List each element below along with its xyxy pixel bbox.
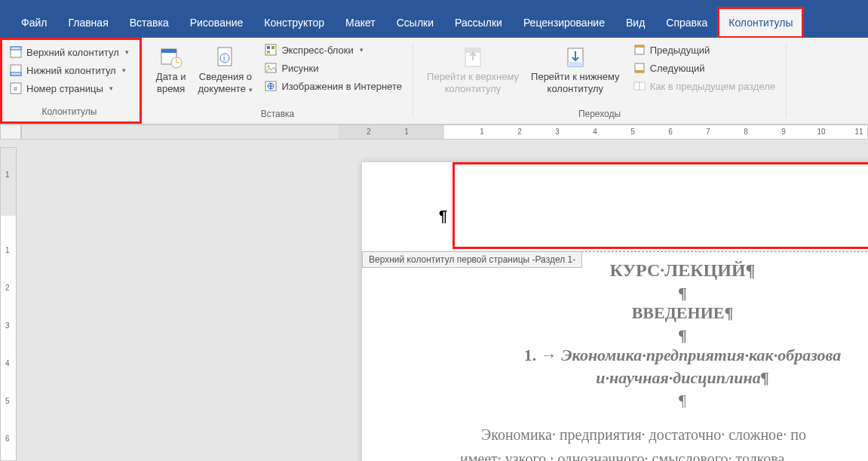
tab-view[interactable]: Вид	[615, 8, 655, 38]
footer-button[interactable]: Нижний колонтитул ▾	[7, 63, 132, 78]
vertical-ruler[interactable]: 1 1 2 3 4 5 6	[0, 147, 17, 461]
doc-paragraph: Экономика· предприятия· достаточно· слож…	[460, 423, 868, 461]
svg-rect-30	[635, 70, 644, 72]
svg-rect-17	[267, 51, 270, 54]
group-label-nav: Переходы	[578, 109, 621, 122]
link-previous-icon	[633, 80, 646, 92]
svg-rect-1	[11, 47, 21, 50]
date-time-button[interactable]: Дата и время	[150, 42, 192, 97]
ribbon: Верхний колонтитул ▾ Нижний колонтитул ▾…	[0, 38, 868, 124]
previous-button[interactable]: Предыдущий	[630, 42, 778, 57]
tab-design[interactable]: Конструктор	[253, 8, 335, 38]
page-number-icon: #	[10, 82, 22, 94]
horizontal-ruler[interactable]: 2 1 1 2 3 4 5 6 7 8 9 10 11	[0, 124, 868, 140]
date-time-icon	[159, 45, 183, 69]
goto-footer-label2: колонтитулу	[547, 83, 604, 95]
svg-rect-32	[639, 82, 645, 90]
tab-review[interactable]: Рецензирование	[513, 8, 615, 38]
tab-help[interactable]: Справка	[655, 8, 718, 38]
quick-parts-button[interactable]: Экспресс-блоки ▾	[262, 42, 405, 57]
group-label-insert: Вставка	[261, 109, 295, 122]
doc-intro: ВВЕДЕНИЕ¶	[460, 303, 868, 323]
group-headers-footers: Верхний колонтитул ▾ Нижний колонтитул ▾…	[0, 38, 142, 124]
goto-header-label1: Перейти к верхнему	[427, 71, 519, 83]
group-insert: Дата и время i Сведения о документе ▾ Эк…	[143, 38, 413, 124]
doc-info-label2: документе	[198, 83, 246, 94]
doc-info-label1: Сведения о	[199, 71, 252, 83]
next-label: Следующий	[650, 63, 705, 74]
workspace: 2 1 1 2 3 4 5 6 7 8 9 10 11 1 1 2 3 4 5 …	[0, 124, 868, 461]
doc-info-icon: i	[213, 45, 238, 69]
svg-point-19	[268, 66, 270, 68]
tab-insert[interactable]: Вставка	[119, 8, 179, 38]
svg-rect-28	[635, 45, 644, 48]
chevron-down-icon: ▾	[109, 85, 113, 92]
online-pictures-icon	[265, 80, 277, 92]
online-pictures-button[interactable]: Изображения в Интернете	[262, 78, 405, 94]
previous-label: Предыдущий	[650, 45, 710, 56]
svg-rect-15	[267, 46, 270, 49]
title-bar	[0, 0, 868, 8]
pictures-button[interactable]: Рисунки	[262, 60, 405, 75]
chevron-down-icon: ▾	[247, 86, 253, 94]
goto-header-icon	[461, 45, 485, 69]
svg-rect-16	[271, 46, 275, 49]
svg-rect-7	[161, 49, 176, 53]
footer-icon	[10, 64, 22, 76]
tab-references[interactable]: Ссылки	[386, 8, 444, 38]
doc-section: 1. → Экономика·предприятия·как·образова	[460, 346, 868, 365]
pictures-icon	[265, 62, 277, 74]
goto-header-button: Перейти к верхнему колонтитулу	[421, 42, 525, 97]
previous-icon	[633, 44, 646, 56]
pilcrow: ¶	[460, 284, 868, 303]
pilcrow: ¶	[460, 391, 868, 410]
tab-layout[interactable]: Макет	[335, 8, 386, 38]
tab-file[interactable]: Файл	[11, 8, 57, 38]
tab-header-footer[interactable]: Колонтитулы	[718, 8, 803, 38]
tab-home[interactable]: Главная	[57, 8, 118, 38]
pilcrow-cursor: ¶	[439, 207, 447, 225]
link-previous-label: Как в предыдущем разделе	[650, 81, 775, 92]
link-previous-button: Как в предыдущем разделе	[630, 78, 778, 94]
goto-footer-button[interactable]: Перейти к нижнему колонтитулу	[525, 42, 626, 97]
tab-mailings[interactable]: Рассылки	[444, 8, 513, 38]
footer-label: Нижний колонтитул	[26, 65, 116, 76]
date-time-label1: Дата и	[156, 71, 186, 83]
group-label-headers: Колонтитулы	[41, 106, 97, 120]
header-label: Верхний колонтитул	[26, 47, 119, 58]
doc-info-button[interactable]: i Сведения о документе ▾	[192, 42, 259, 97]
date-time-label2: время	[157, 83, 185, 95]
tab-draw[interactable]: Рисование	[179, 8, 254, 38]
doc-section-line2: и·научная·дисциплина¶	[460, 368, 868, 388]
document-body[interactable]: КУРС·ЛЕКЦИЙ¶ ¶ ВВЕДЕНИЕ¶ ¶ 1. → Экономик…	[460, 260, 868, 461]
quick-parts-icon	[265, 44, 277, 56]
svg-rect-3	[11, 72, 21, 75]
doc-title: КУРС·ЛЕКЦИЙ¶	[460, 260, 868, 281]
page-number-label: Номер страницы	[26, 83, 103, 94]
svg-text:i: i	[223, 54, 225, 63]
chevron-down-icon: ▾	[122, 66, 126, 74]
chevron-down-icon: ▾	[360, 46, 363, 54]
online-pictures-label: Изображения в Интернете	[281, 81, 402, 92]
header-icon	[10, 46, 22, 58]
pictures-label: Рисунки	[281, 63, 318, 74]
svg-rect-31	[634, 82, 639, 90]
page-number-button[interactable]: # Номер страницы ▾	[7, 81, 132, 96]
header-button[interactable]: Верхний колонтитул ▾	[7, 45, 132, 60]
next-button[interactable]: Следующий	[630, 60, 778, 75]
goto-footer-icon	[563, 45, 587, 69]
svg-text:#: #	[14, 85, 17, 93]
group-navigation: Перейти к верхнему колонтитулу Перейти к…	[413, 38, 786, 124]
next-icon	[633, 62, 646, 74]
goto-header-label2: колонтитулу	[445, 83, 501, 95]
document-page[interactable]: ¶ Верхний колонтитул первой страницы -Ра…	[362, 162, 868, 461]
header-highlight	[452, 162, 868, 249]
quick-parts-label: Экспресс-блоки	[281, 45, 353, 56]
goto-footer-label1: Перейти к нижнему	[531, 71, 620, 83]
tab-strip: Файл Главная Вставка Рисование Конструкт…	[0, 8, 868, 38]
chevron-down-icon: ▾	[125, 48, 129, 56]
pilcrow: ¶	[460, 326, 868, 346]
svg-rect-26	[568, 62, 583, 66]
